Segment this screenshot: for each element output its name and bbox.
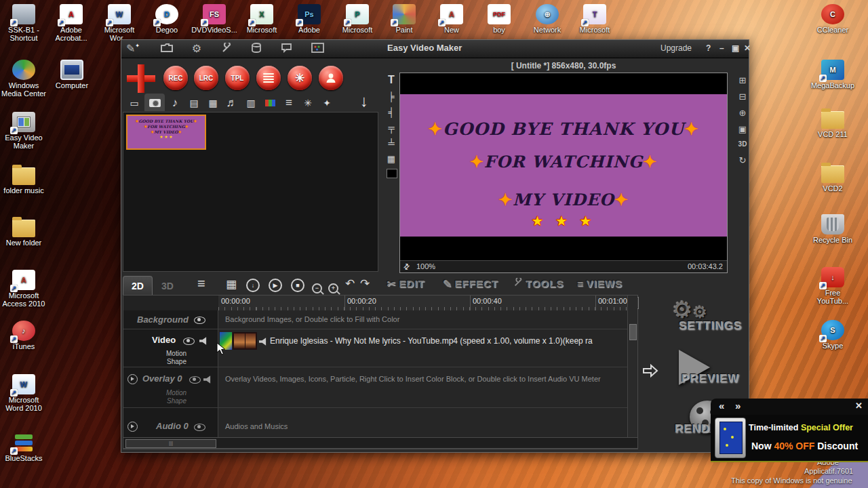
center-horizontal-icon[interactable]: ⊞: [735, 75, 750, 85]
visibility-eye-icon[interactable]: [194, 424, 205, 431]
timeline-hscrollbar[interactable]: |||: [123, 437, 638, 449]
desktop-icon-skype[interactable]: S↗ Skype: [810, 320, 856, 350]
desktop-icon-folder-music[interactable]: folder music: [1, 166, 47, 195]
track-background[interactable]: Background Background Images, or Double …: [123, 310, 629, 329]
tab-music-icon[interactable]: ♪: [166, 96, 184, 110]
center-vertical-icon[interactable]: ⊟: [735, 92, 750, 102]
timeline-ruler[interactable]: 00:00:00 00:00:20 00:00:40 00:01:00: [218, 296, 629, 311]
desktop-icon-paint[interactable]: ↗ Paint: [381, 4, 427, 34]
tab-playlist-icon[interactable]: ≡: [280, 96, 298, 110]
tab-image-icon[interactable]: ▦: [204, 96, 222, 110]
desktop-icon-evm[interactable]: ↗ Easy Video Maker: [1, 112, 47, 150]
add-media-button[interactable]: [127, 64, 155, 93]
color-swatch[interactable]: [387, 169, 397, 178]
effect-menu[interactable]: ✎EFFECT: [443, 278, 498, 290]
vscroll-thumb[interactable]: [629, 324, 637, 340]
desktop-icon-vcd2[interactable]: VCD2: [810, 164, 856, 192]
desktop-icon-wmc[interactable]: Windows Media Center: [1, 60, 47, 98]
hscroll-thumb[interactable]: |||: [125, 439, 216, 448]
rotate-icon[interactable]: ↻: [735, 155, 750, 165]
timeline-vscrollbar[interactable]: [627, 296, 637, 449]
desktop-icon-free-youtube[interactable]: ↓↗ Free YouTub...: [810, 267, 856, 305]
tab-3d[interactable]: 3D: [154, 277, 181, 295]
desktop-icon-infopath[interactable]: T↗ Microsoft: [572, 4, 618, 34]
desktop-icon-dvdvideosoft[interactable]: FS↗ DVDVideoS...: [191, 4, 237, 34]
zoom-in-icon[interactable]: +: [328, 281, 338, 293]
track-list-icon[interactable]: ≡: [197, 276, 205, 291]
3d-mode-icon[interactable]: 3D: [735, 140, 750, 148]
effects-fan-button[interactable]: ✳: [288, 66, 312, 90]
align-left-icon[interactable]: ╞: [384, 92, 399, 102]
tab-screen-icon[interactable]: ▭: [125, 96, 143, 110]
grid-icon[interactable]: ▦: [384, 154, 399, 164]
minimize-button[interactable]: –: [719, 43, 724, 53]
insert-arrow-icon[interactable]: [642, 364, 658, 378]
desktop-icon-recycle-bin[interactable]: Recycle Bin: [810, 214, 856, 244]
text-tool-button[interactable]: T: [384, 74, 399, 86]
preview-monitor[interactable]: ✦GOOD BYE THANK YOU✦ ✦FOR WATCHING✦ ✦MY …: [399, 73, 728, 273]
expand-play-icon[interactable]: [127, 422, 138, 432]
chat-bubble-icon[interactable]: [279, 43, 294, 56]
track-video[interactable]: Video Motion Shape Enrique Iglesias - Wh…: [123, 329, 629, 367]
desktop-icon-boy[interactable]: PDF boy: [476, 4, 522, 34]
desktop-icon-ccleaner[interactable]: C CCleaner: [810, 4, 856, 34]
visibility-eye-icon[interactable]: [189, 376, 201, 384]
wrench-icon[interactable]: [219, 43, 234, 56]
prev-arrow-icon[interactable]: «: [719, 400, 724, 411]
fit-image-icon[interactable]: ▣: [735, 124, 750, 134]
media-list-panel[interactable]: ✦GOOD BYE THANK YOU✦ ✦FOR WATCHING✦ ✦MY …: [123, 112, 378, 272]
zoom-out-icon[interactable]: −: [312, 281, 322, 293]
tab-camera-icon[interactable]: [146, 96, 163, 110]
selected-media-thumbnail[interactable]: ✦GOOD BYE THANK YOU✦ ✦FOR WATCHING✦ ✦MY …: [126, 115, 206, 150]
database-icon[interactable]: [249, 43, 264, 56]
visibility-eye-icon[interactable]: [183, 338, 195, 345]
clip-thumbnail-2[interactable]: [233, 332, 257, 350]
desktop-icon-word[interactable]: W↗ Microsoft Wor...: [96, 4, 142, 42]
resize-icon[interactable]: ⇄: [401, 262, 412, 272]
mute-speaker-icon[interactable]: [199, 337, 208, 345]
maximize-button[interactable]: ▣: [732, 43, 739, 53]
profile-button[interactable]: [319, 66, 343, 90]
align-top-icon[interactable]: ╤: [384, 123, 399, 133]
stop-button[interactable]: ■: [291, 279, 304, 292]
download-arrow-icon[interactable]: ↓: [360, 92, 368, 110]
list-button[interactable]: [256, 66, 281, 90]
track-overlay[interactable]: Overlay 0 Motion Shape Overlay Videos, I…: [123, 367, 629, 408]
expand-play-icon[interactable]: [127, 374, 138, 384]
play-button[interactable]: ▶: [269, 279, 282, 292]
close-button[interactable]: ✕: [744, 43, 751, 53]
upgrade-button[interactable]: Upgrade: [660, 43, 692, 53]
tab-video-clip-icon[interactable]: ▤: [185, 96, 203, 110]
mute-speaker-icon[interactable]: [203, 375, 212, 384]
tab-filmstrip-icon[interactable]: ▥: [242, 96, 260, 110]
open-folder-icon[interactable]: [159, 43, 174, 55]
desktop-icon-computer[interactable]: Computer: [49, 60, 95, 89]
undo-icon[interactable]: ↶: [345, 277, 355, 291]
desktop-icon-vcd211[interactable]: VCD 211: [810, 110, 856, 138]
clip-title[interactable]: Enrique Iglesias - Why Not Me lyrics - Y…: [270, 336, 593, 346]
tab-2d[interactable]: 2D: [123, 276, 153, 295]
tab-audio-clip-icon[interactable]: ♬: [223, 96, 241, 110]
tab-color-icon[interactable]: [261, 96, 279, 110]
track-grid-icon[interactable]: ▦: [226, 277, 237, 291]
desktop-icon-acrobat[interactable]: A↗ Adobe Acrobat...: [48, 4, 94, 42]
next-arrow-icon[interactable]: »: [735, 400, 741, 411]
tools-menu[interactable]: TOOLS: [513, 278, 564, 289]
popup-body[interactable]: Time-limited Special Offer Now 40% OFF D…: [711, 415, 868, 462]
popup-close-icon[interactable]: ✕: [855, 401, 863, 411]
palette-icon[interactable]: [310, 43, 325, 56]
visibility-eye-icon[interactable]: [194, 317, 205, 324]
settings-gear-icon[interactable]: ⚙: [189, 43, 204, 55]
align-bottom-icon[interactable]: ╧: [384, 138, 399, 148]
help-button[interactable]: ?: [706, 43, 711, 53]
align-right-icon[interactable]: ╡: [384, 107, 399, 117]
desktop-icon-word2010[interactable]: W↗ Microsoft Word 2010: [1, 374, 47, 412]
desktop-icon-degoo[interactable]: D↗ Degoo: [144, 4, 190, 34]
desktop-icon-publisher[interactable]: P↗ Microsoft: [334, 4, 380, 34]
desktop-icon-ssk[interactable]: ↗ SSK-B1 - Shortcut: [1, 4, 47, 42]
move-down-button[interactable]: ↓: [246, 279, 260, 292]
lyrics-button[interactable]: LRC: [194, 66, 218, 90]
template-button[interactable]: TPL: [225, 66, 250, 90]
desktop-icon-new-folder[interactable]: New folder: [1, 218, 47, 247]
edit-menu[interactable]: ✂EDIT: [387, 278, 425, 290]
